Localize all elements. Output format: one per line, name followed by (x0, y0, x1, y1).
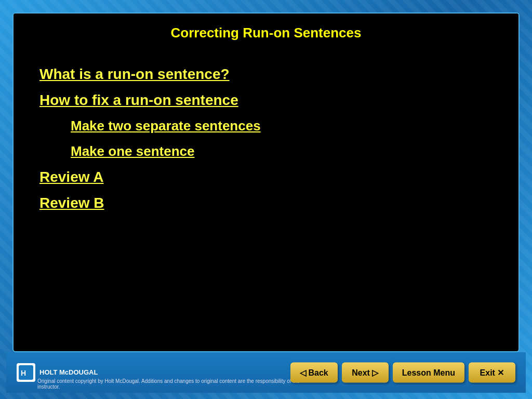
slide-area: Correcting Run-on Sentences What is a ru… (12, 12, 520, 352)
outer-border: Correcting Run-on Sentences What is a ru… (0, 0, 532, 399)
link-review-b[interactable]: Review B (39, 195, 493, 211)
copyright-text: Original content copyright by Holt McDou… (37, 378, 318, 390)
link-make-two[interactable]: Make two separate sentences (71, 118, 493, 134)
exit-button[interactable]: Exit ✕ (469, 363, 515, 383)
lesson-menu-button[interactable]: Lesson Menu (393, 363, 464, 383)
bottom-bar: H HOLT McDOUGAL Original content copyrig… (6, 352, 526, 393)
link-make-one[interactable]: Make one sentence (71, 143, 493, 159)
logo-text: HOLT McDOUGAL (39, 368, 98, 377)
svg-text:H: H (21, 369, 26, 377)
slide-title: Correcting Run-on Sentences (14, 14, 518, 50)
nav-buttons: ◁ Back Next ▷ Lesson Menu Exit ✕ (290, 363, 515, 383)
link-review-a[interactable]: Review A (39, 169, 493, 185)
link-what-is[interactable]: What is a run-on sentence? (39, 66, 493, 83)
next-button[interactable]: Next ▷ (342, 363, 389, 383)
slide-content: What is a run-on sentence? How to fix a … (14, 50, 518, 351)
main-container: Correcting Run-on Sentences What is a ru… (6, 6, 526, 393)
link-how-to-fix[interactable]: How to fix a run-on sentence (39, 92, 493, 109)
back-button[interactable]: ◁ Back (290, 363, 338, 383)
logo-icon: H (17, 363, 35, 382)
